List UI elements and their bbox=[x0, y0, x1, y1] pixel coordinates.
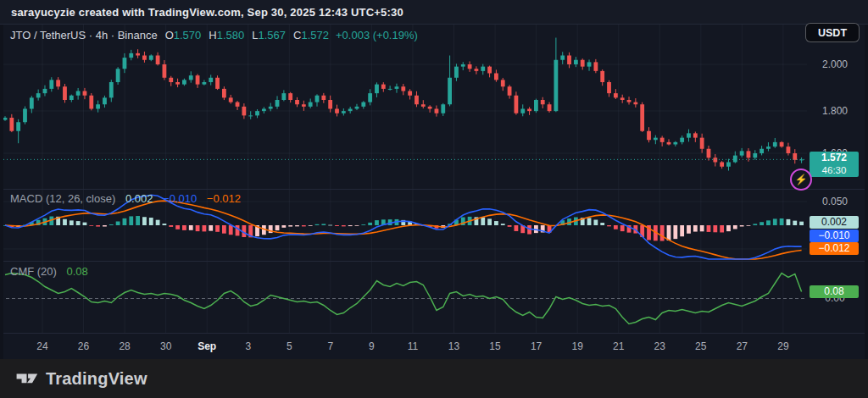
footer-bar: TradingView bbox=[0, 359, 868, 398]
axis-price-label: 2.000 bbox=[810, 58, 860, 70]
time-axis-label: 26 bbox=[78, 340, 89, 352]
time-axis-label: 3 bbox=[245, 340, 251, 352]
macd-histogram-value: 0.002 bbox=[125, 192, 153, 205]
time-axis-label: 7 bbox=[328, 340, 334, 352]
ohlc-value: 1.580 bbox=[217, 29, 245, 41]
bar-countdown: 46:30 bbox=[810, 164, 859, 177]
change-value: +0.003 (+0.19%) bbox=[336, 29, 418, 41]
macd-signal-badge: −0.012 bbox=[810, 242, 859, 255]
attribution-text: sarayucyzie created with TradingView.com… bbox=[0, 6, 403, 19]
macd-signal-value: −0.012 bbox=[207, 192, 241, 205]
time-axis-label: 25 bbox=[695, 340, 706, 352]
time-axis-label: Sep bbox=[198, 340, 216, 352]
ohlc-value: 1.570 bbox=[174, 29, 202, 41]
symbol-title[interactable]: JTO / TetherUS · 4h · Binance bbox=[10, 29, 158, 41]
cmf-value-badge: 0.08 bbox=[810, 285, 859, 298]
brand-name: TradingView bbox=[46, 369, 147, 389]
last-price-value: 1.572 bbox=[810, 152, 859, 164]
time-axis-label: 27 bbox=[737, 340, 748, 352]
ohlc-value: 1.567 bbox=[259, 29, 287, 41]
time-axis-label: 23 bbox=[654, 340, 665, 352]
lightning-icon: ⚡ bbox=[795, 174, 808, 185]
time-axis-label: 11 bbox=[408, 340, 418, 352]
macd-histogram-badge: 0.002 bbox=[810, 216, 859, 229]
time-axis-label: 17 bbox=[531, 340, 542, 352]
time-axis-label: 19 bbox=[571, 340, 582, 352]
ohlc-label: H bbox=[209, 29, 216, 41]
boost-icon[interactable]: ⚡ bbox=[790, 169, 812, 191]
currency-toggle-button[interactable]: USDT bbox=[805, 23, 860, 42]
time-axis-label: 21 bbox=[613, 340, 624, 352]
time-axis-label: 30 bbox=[160, 340, 171, 352]
axis-price-label: 1.800 bbox=[810, 105, 860, 117]
cmf-value: 0.08 bbox=[67, 265, 88, 278]
time-axis-label: 28 bbox=[119, 340, 130, 352]
macd-line-value: −0.010 bbox=[163, 192, 197, 205]
macd-legend: MACD (12, 26, close) 0.002 −0.010 −0.012 bbox=[10, 192, 241, 205]
ohlc-label: L bbox=[252, 29, 258, 41]
macd-line-badge: −0.010 bbox=[810, 229, 859, 242]
cmf-title[interactable]: CMF (20) bbox=[10, 265, 57, 278]
time-axis-label: 13 bbox=[448, 340, 459, 352]
ohlc-label: O bbox=[165, 29, 174, 41]
time-axis-label: 24 bbox=[36, 340, 47, 352]
tradingview-logo[interactable]: TradingView bbox=[15, 368, 147, 389]
axis-price-label: 0.050 bbox=[810, 196, 860, 207]
tradingview-logo-mark bbox=[15, 368, 38, 389]
cmf-legend: CMF (20) 0.08 bbox=[10, 265, 88, 278]
chart-area[interactable]: JTO / TetherUS · 4h · BinanceO1.570H1.58… bbox=[0, 24, 868, 361]
ohlc-value: 1.572 bbox=[301, 29, 329, 41]
attribution-bar: sarayucyzie created with TradingView.com… bbox=[0, 0, 868, 24]
last-price-badge: 1.572 46:30 bbox=[810, 152, 859, 177]
macd-title[interactable]: MACD (12, 26, close) bbox=[10, 192, 115, 205]
symbol-legend: JTO / TetherUS · 4h · BinanceO1.570H1.58… bbox=[10, 29, 418, 41]
tradingview-chart-window: sarayucyzie created with TradingView.com… bbox=[0, 0, 868, 398]
time-axis-label: 9 bbox=[369, 340, 375, 352]
time-axis-label: 15 bbox=[489, 340, 500, 352]
time-axis[interactable]: 24262830Sep357911131517192123252729 bbox=[0, 333, 868, 360]
time-axis-label: 5 bbox=[287, 340, 292, 352]
time-axis-label: 29 bbox=[777, 340, 788, 352]
ohlc-values: O1.570H1.580L1.567C1.572 bbox=[158, 29, 329, 41]
